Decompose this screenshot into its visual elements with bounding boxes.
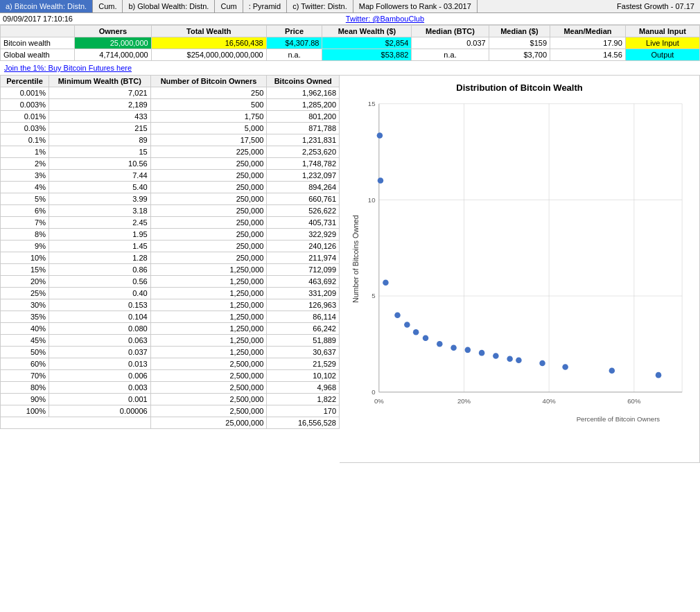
col-median-btc-header: Median (BTC) (412, 26, 489, 37)
bitcoin-row-label: Bitcoin wealth (1, 37, 75, 49)
row-btc: 526,622 (267, 205, 340, 217)
table-row: 60% 0.013 2,500,000 21,529 (1, 358, 340, 370)
row-owners: 5,000 (150, 123, 267, 134)
svg-text:0: 0 (371, 388, 375, 396)
table-row: 0.03% 215 5,000 871,788 (1, 123, 340, 134)
tab-cum1[interactable]: Cum. (93, 0, 123, 12)
dist-header-row: Percentile Minimum Wealth (BTC) Number o… (1, 76, 340, 87)
chart-point (413, 329, 419, 335)
row-pct: 7% (1, 217, 49, 229)
row-pct: 8% (1, 229, 49, 241)
tab-bitcoin-wealth[interactable]: a) Bitcoin Wealth: Distn. (0, 0, 93, 12)
row-owners: 225,000 (150, 146, 267, 158)
col-median-usd-header: Median ($) (489, 26, 550, 37)
row-owners: 2,500,000 (150, 394, 267, 405)
row-pct: 0.001% (1, 87, 49, 99)
table-row: 5% 3.99 250,000 660,761 (1, 193, 340, 205)
table-row: 0.003% 2,189 500 1,285,200 (1, 99, 340, 111)
row-min: 7.44 (49, 170, 150, 182)
chart-point (394, 312, 401, 318)
row-min: 0.006 (49, 370, 150, 382)
bitcoin-mean-wealth: $2,854 (322, 37, 412, 49)
row-pct: 0.01% (1, 111, 49, 123)
table-row: 7% 2.45 250,000 405,731 (1, 217, 340, 229)
table-row: 25% 0.40 1,250,000 331,209 (1, 288, 340, 299)
global-row-label: Global wealth (1, 49, 75, 61)
bitcoin-median-btc: 0.037 (412, 37, 489, 49)
row-pct: 45% (1, 335, 49, 347)
y-axis-label: Number of Bitcoins Owned (351, 215, 360, 303)
row-pct: 2% (1, 158, 49, 170)
table-row: 0.1% 89 17,500 1,231,831 (1, 134, 340, 146)
summary-header-row: Owners Total Wealth Price Mean Wealth ($… (1, 26, 700, 37)
row-pct: 0.1% (1, 134, 49, 146)
bitcoin-live-input[interactable]: Live Input (625, 37, 699, 49)
dist-min-header: Minimum Wealth (BTC) (49, 76, 150, 87)
col-price-header: Price (266, 26, 322, 37)
chart-point (609, 367, 615, 374)
row-min: 0.001 (49, 394, 150, 405)
table-row: 0.001% 7,021 250 1,962,168 (1, 87, 340, 99)
row-btc: 170 (267, 405, 340, 417)
global-output: Output (625, 49, 699, 61)
chart-point (437, 341, 443, 347)
row-pct: 15% (1, 264, 49, 276)
chart-area: Number of Bitcoins Owned 15 10 5 (347, 96, 692, 429)
row-pct: 25% (1, 288, 49, 299)
row-owners: 250,000 (150, 205, 267, 217)
row-btc: 1,232,097 (267, 170, 340, 182)
row-owners: 1,250,000 (150, 288, 267, 299)
tab-global-wealth[interactable]: b) Global Wealth: Distn. (123, 0, 215, 12)
table-row: 35% 0.104 1,250,000 86,114 (1, 311, 340, 323)
chart-point (539, 360, 545, 367)
tab-pyramid[interactable]: : Pyramid (243, 0, 287, 12)
global-total-wealth: $254,000,000,000,000 (151, 49, 266, 61)
datetime-row: 09/09/2017 17:10:16 Twitter: @BambouClub (0, 13, 700, 25)
row-pct: 90% (1, 394, 49, 405)
row-btc: 51,889 (267, 335, 340, 347)
row-btc: 1,962,168 (267, 87, 340, 99)
row-min: 0.86 (49, 264, 150, 276)
row-pct: 0.003% (1, 99, 49, 111)
row-btc: 712,099 (267, 264, 340, 276)
global-mean-wealth: $53,882 (322, 49, 412, 61)
table-row: 15% 0.86 1,250,000 712,099 (1, 264, 340, 276)
distribution-table: Percentile Minimum Wealth (BTC) Number o… (0, 75, 340, 429)
row-owners: 1,250,000 (150, 335, 267, 347)
bitcoin-price: $4,307.88 (266, 37, 322, 49)
summary-table: Owners Total Wealth Price Mean Wealth ($… (0, 25, 700, 61)
row-min: 0.003 (49, 382, 150, 394)
tab-map-followers[interactable]: Map Followers to Rank - 03.2017 (353, 0, 478, 12)
row-owners: 2,500,000 (150, 405, 267, 417)
table-row: 8% 1.95 250,000 322,929 (1, 229, 340, 241)
row-owners: 250,000 (150, 193, 267, 205)
table-row: 10% 1.28 250,000 211,974 (1, 252, 340, 264)
row-btc: 1,822 (267, 394, 340, 405)
row-owners: 1,250,000 (150, 276, 267, 288)
table-row: 40% 0.080 1,250,000 66,242 (1, 323, 340, 335)
dist-footer-row: 25,000,000 16,556,528 (1, 417, 340, 429)
row-min: 89 (49, 134, 150, 146)
row-btc: 66,242 (267, 323, 340, 335)
row-pct: 100% (1, 405, 49, 417)
row-btc: 1,748,782 (267, 158, 340, 170)
row-min: 1.95 (49, 229, 150, 241)
col-mean-median-header: Mean/Median (550, 26, 626, 37)
fastest-growth-label: Fastest Growth - 07.17 (611, 0, 700, 12)
twitter-link[interactable]: Twitter: @BambouClub (340, 12, 430, 25)
table-row: 1% 15 225,000 2,253,620 (1, 146, 340, 158)
tab-cum2[interactable]: Cum (215, 0, 243, 12)
row-pct: 60% (1, 358, 49, 370)
dist-btc-header: Bitcoins Owned (267, 76, 340, 87)
join-link-container: Join the 1%: Buy Bitcoin Futures here (0, 61, 700, 75)
table-row: 20% 0.56 1,250,000 463,692 (1, 276, 340, 288)
tab-twitter[interactable]: c) Twitter: Distn. (287, 0, 353, 12)
row-owners: 1,250,000 (150, 299, 267, 311)
chart-point (377, 132, 383, 139)
table-row: 9% 1.45 250,000 240,126 (1, 241, 340, 252)
col-mean-wealth-header: Mean Wealth ($) (322, 26, 412, 37)
row-btc: 871,788 (267, 123, 340, 134)
join-link[interactable]: Join the 1%: Buy Bitcoin Futures here (0, 61, 700, 75)
row-min: 2.45 (49, 217, 150, 229)
table-row: 45% 0.063 1,250,000 51,889 (1, 335, 340, 347)
